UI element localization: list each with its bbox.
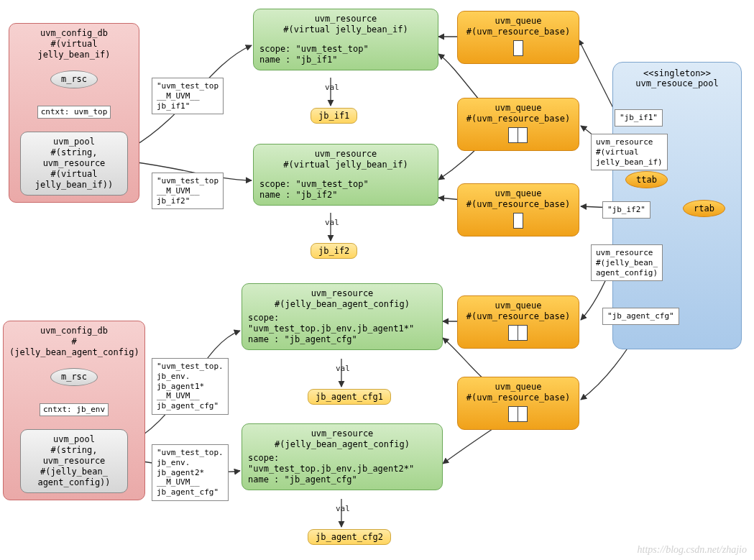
uvm-pool-top: uvm_pool #(string, uvm_resource #(virtua… — [20, 132, 128, 196]
val-tag-4: jb_agent_cfg2 — [308, 529, 391, 545]
config-db-top: uvm_config_db #(virtual jelly_bean_if) m… — [9, 23, 139, 203]
m-rsc-ellipse-bot: m_rsc — [50, 368, 98, 386]
val-tag-3: jb_agent_cfg1 — [308, 389, 391, 405]
config-db-bot-title2: #(jelly_bean_agent_config) — [9, 336, 139, 358]
uvm-queue-4: uvm_queue #(uvm_resource_base) — [457, 295, 579, 349]
cntxt-bot-label: cntxt: jb_env — [40, 403, 109, 416]
uvm-queue-3: uvm_queue #(uvm_resource_base) — [457, 183, 579, 237]
val-label-4: val — [336, 504, 350, 513]
uvm-resource-2: uvm_resource #(virtual jelly_bean_if) sc… — [253, 144, 438, 206]
val-label-3: val — [336, 364, 350, 373]
uvm-resource-3: uvm_resource #(jelly_bean_agent_config) … — [242, 283, 443, 350]
uvm-queue-1: uvm_queue #(uvm_resource_base) — [457, 11, 579, 64]
config-db-top-title2: #(virtual jelly_bean_if) — [15, 39, 133, 60]
config-db-bottom: uvm_config_db #(jelly_bean_agent_config)… — [3, 321, 145, 500]
config-db-top-title1: uvm_config_db — [15, 28, 133, 39]
edge-rtab-if2: "jb_if2" — [602, 201, 650, 219]
uvm-queue-5: uvm_queue #(uvm_resource_base) — [457, 377, 579, 430]
val-tag-1: jb_if1 — [311, 108, 357, 124]
uvm-resource-1: uvm_resource #(virtual jelly_bean_if) sc… — [253, 9, 438, 70]
edge-ttab-type-cfg: uvm_resource #(jelly_bean_ agent_config) — [591, 244, 663, 281]
edge-pool1-res1: "uvm_test_top __M_UVM__ jb_if1" — [152, 78, 224, 114]
uvm-queue-2: uvm_queue #(uvm_resource_base) — [457, 98, 579, 151]
val-tag-2: jb_if2 — [311, 243, 357, 259]
cntxt-top-label: cntxt: uvm_top — [37, 106, 111, 119]
edge-rtab-cfg: "jb_agent_cfg" — [602, 308, 679, 325]
watermark: https://blog.csdn.net/zhajio — [638, 544, 747, 556]
edge-pool2-res3: "uvm_test_top. jb_env. jb_agent1* __M_UV… — [152, 358, 229, 415]
val-label-2: val — [325, 218, 339, 227]
edge-ttab-if1: "jb_if1" — [615, 109, 663, 127]
m-rsc-ellipse-top: m_rsc — [50, 70, 98, 88]
uvm-pool-bot: uvm_pool #(string, uvm_resource #(jelly_… — [20, 429, 128, 493]
val-label-1: val — [325, 83, 339, 92]
edge-ttab-type-if: uvm_resource #(virtual jelly_bean_if) — [591, 134, 668, 170]
uvm-resource-4: uvm_resource #(jelly_bean_agent_config) … — [242, 423, 443, 490]
rtab-ellipse: rtab — [683, 200, 725, 217]
pool-name: uvm_resouce_pool — [617, 78, 737, 88]
edge-pool1-res2: "uvm_test_top __M_UVM__ jb_if2" — [152, 173, 224, 209]
edge-pool2-res4: "uvm_test_top. jb_env. jb_agent2* __M_UV… — [152, 444, 229, 501]
config-db-bot-title1: uvm_config_db — [9, 326, 139, 336]
ttab-ellipse: ttab — [625, 171, 668, 188]
singleton-label: <<singleton>> — [617, 68, 737, 78]
